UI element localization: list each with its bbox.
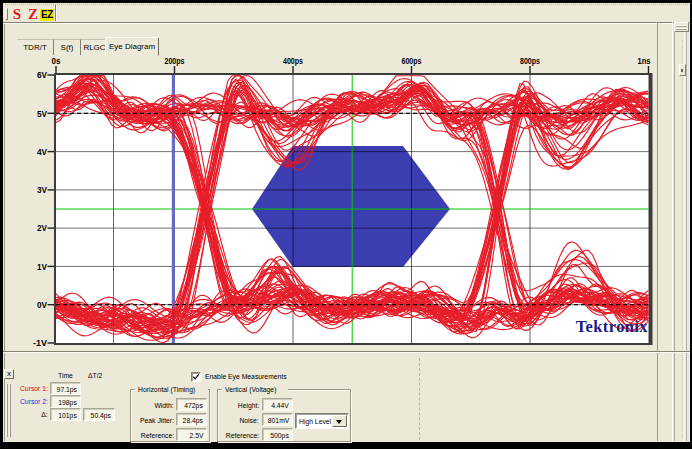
svg-text:600ps: 600ps [402, 56, 422, 66]
svg-text:1V: 1V [37, 262, 47, 272]
svg-text:0V: 0V [37, 300, 47, 310]
svg-text:1ns: 1ns [638, 56, 651, 66]
svg-text:4V: 4V [37, 147, 47, 157]
svg-text:-1V: -1V [33, 338, 47, 348]
svg-text:3V: 3V [37, 185, 47, 195]
svg-text:800ps: 800ps [520, 56, 540, 66]
svg-text:200ps: 200ps [165, 56, 185, 66]
svg-text:5V: 5V [37, 109, 47, 119]
svg-text:Tektronix: Tektronix [576, 317, 649, 336]
svg-text:0s: 0s [52, 56, 61, 66]
svg-text:2V: 2V [37, 223, 47, 233]
svg-text:6V: 6V [37, 70, 47, 80]
svg-text:400ps: 400ps [283, 56, 303, 66]
